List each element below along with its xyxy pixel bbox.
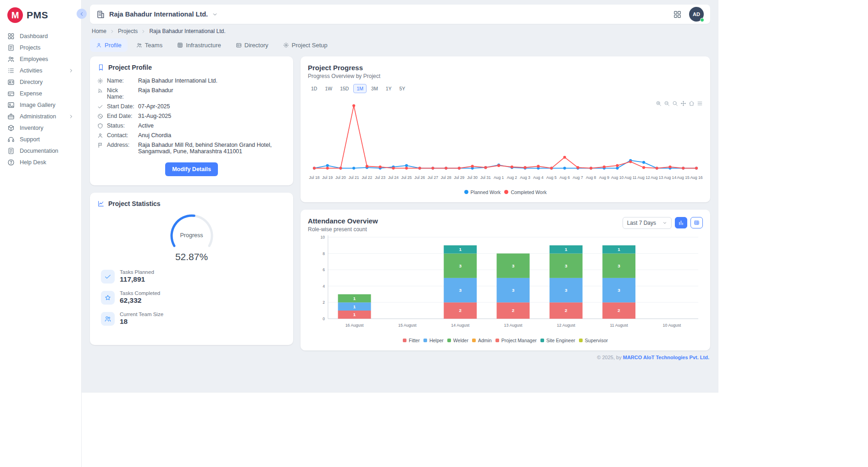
tab-label: Directory [245, 42, 268, 49]
profile-icon [96, 42, 102, 48]
sidebar-item-projects[interactable]: Projects [0, 42, 81, 53]
sidebar-item-label: Image Gallery [20, 102, 56, 108]
tab-teams[interactable]: Teams [130, 39, 168, 52]
company-selector-label[interactable]: Raja Bahadur International Ltd. [109, 11, 208, 18]
legend-item[interactable]: Completed Work [504, 189, 546, 195]
profile-field-status: Status: Active [97, 121, 286, 130]
sidebar-item-activities[interactable]: Activities [0, 65, 81, 76]
svg-text:Aug 16: Aug 16 [690, 175, 702, 180]
tab-project-setup[interactable]: Project Setup [277, 39, 334, 52]
sidebar-item-employees[interactable]: Employees [0, 53, 81, 65]
tab-directory[interactable]: Directory [230, 39, 274, 52]
range-1y[interactable]: 1Y [383, 84, 395, 93]
svg-text:Aug 7: Aug 7 [573, 175, 583, 180]
field-value: Anuj Chordia [138, 132, 280, 139]
field-value: Raja Bahadur Mill Rd, behind Sheraton Gr… [138, 142, 280, 155]
tab-label: Profile [105, 42, 122, 49]
progress-gauge: Progress [164, 212, 219, 250]
autoscale-icon[interactable] [672, 100, 678, 106]
sidebar-collapse-button[interactable] [77, 9, 87, 19]
breadcrumb-home[interactable]: Home [92, 28, 106, 34]
svg-text:Aug 6: Aug 6 [560, 175, 570, 180]
svg-text:13 August: 13 August [504, 323, 523, 328]
project-progress-card: Project Progress Progress Overview by Pr… [300, 56, 710, 202]
apps-grid-icon[interactable] [673, 10, 682, 19]
svg-text:3: 3 [512, 288, 515, 293]
legend-item[interactable]: Planned Work [464, 189, 501, 195]
tab-bar: Profile Teams Infrastructure Directory P… [90, 39, 710, 52]
sidebar-item-inventory[interactable]: Inventory [0, 122, 81, 133]
project-progress-chart[interactable]: Jul 18Jul 19Jul 20Jul 21Jul 22Jul 23Jul … [308, 94, 703, 189]
range-5y[interactable]: 5Y [396, 84, 408, 93]
company-link[interactable]: MARCO AIoT Technologies Pvt. Ltd. [623, 355, 709, 360]
sidebar: M PMS Dashboard Projects Employees Activ… [0, 0, 82, 467]
zoom-out-icon[interactable] [664, 100, 670, 106]
chevron-down-icon[interactable] [212, 11, 218, 17]
legend-item[interactable]: Site Engineer [540, 338, 575, 343]
sidebar-item-documentation[interactable]: Documentation [0, 145, 81, 156]
field-label: Nick Name: [107, 87, 134, 100]
field-label: Address: [107, 142, 134, 148]
zoom-in-icon[interactable] [656, 100, 662, 106]
legend-item[interactable]: Project Manager [495, 338, 537, 343]
svg-text:Jul 26: Jul 26 [414, 175, 425, 180]
attendance-chart[interactable]: 024681011116 August15 August233114 Augus… [308, 233, 703, 337]
attendance-overview-card: Attendance Overview Role-wise present co… [300, 210, 710, 351]
chevron-left-icon [79, 11, 85, 17]
legend-item[interactable]: Helper [423, 338, 444, 343]
svg-text:Jul 25: Jul 25 [401, 175, 412, 180]
user-avatar[interactable]: AD [689, 7, 704, 22]
sidebar-item-directory[interactable]: Directory [0, 76, 81, 88]
tab-infrastructure[interactable]: Infrastructure [171, 39, 227, 52]
team-icon [104, 315, 111, 322]
range-15d[interactable]: 15D [337, 84, 352, 93]
svg-text:Aug 14: Aug 14 [664, 175, 676, 180]
field-value: Raja Bahadur International Ltd. [138, 78, 280, 84]
attendance-chart-legend: FitterHelperWelderAdminProject ManagerSi… [308, 338, 703, 343]
range-1w[interactable]: 1W [322, 84, 335, 93]
sidebar-item-label: Administration [20, 113, 56, 120]
chart-line-icon [97, 200, 105, 207]
legend-item[interactable]: Supervisor [579, 338, 608, 343]
pan-icon[interactable] [680, 100, 686, 106]
sidebar-item-support[interactable]: Support [0, 133, 81, 145]
chart-view-button[interactable] [675, 217, 687, 228]
svg-text:3: 3 [459, 263, 462, 268]
menu-icon[interactable] [697, 100, 703, 106]
stat-label: Tasks Planned [120, 269, 154, 275]
svg-text:Jul 27: Jul 27 [428, 175, 438, 180]
chevron-right-icon [68, 114, 74, 119]
svg-text:3: 3 [618, 263, 620, 268]
profile-field-start-date: Start Date: 07-Apr-2025 [97, 101, 286, 111]
stat-value: 62,332 [120, 296, 160, 305]
legend-item[interactable]: Fitter [403, 338, 420, 343]
breadcrumb-projects[interactable]: Projects [118, 28, 138, 34]
employees-icon [7, 56, 15, 63]
stat-value: 117,891 [120, 275, 154, 284]
sidebar-item-dashboard[interactable]: Dashboard [0, 30, 81, 42]
modify-details-button[interactable]: Modify Details [165, 162, 218, 176]
date-range-select[interactable]: Last 7 Days [623, 217, 672, 229]
legend-item[interactable]: Admin [472, 338, 492, 343]
range-1d[interactable]: 1D [308, 84, 320, 93]
home-icon[interactable] [689, 100, 695, 106]
table-view-button[interactable] [690, 217, 703, 228]
sidebar-item-administration[interactable]: Administration [0, 111, 81, 122]
sidebar-item-image-gallery[interactable]: Image Gallery [0, 99, 81, 111]
field-label: Name: [107, 78, 134, 84]
legend-item[interactable]: Welder [447, 338, 468, 343]
svg-text:Jul 19: Jul 19 [322, 175, 333, 180]
signal-icon [97, 88, 103, 94]
svg-text:3: 3 [512, 263, 515, 268]
app-logo[interactable]: M PMS [0, 5, 81, 30]
range-1m[interactable]: 1M [353, 84, 367, 93]
sidebar-item-expense[interactable]: Expense [0, 88, 81, 99]
svg-text:3: 3 [459, 288, 462, 293]
range-selector: 1D 1W 15D 1M 3M 1Y 5Y [308, 84, 703, 93]
tab-profile[interactable]: Profile [90, 39, 128, 52]
range-3m[interactable]: 3M [368, 84, 381, 93]
stat-tasks-planned: Tasks Planned 117,891 [97, 269, 286, 284]
sidebar-item-help-desk[interactable]: Help Desk [0, 156, 81, 168]
shield-icon [97, 123, 103, 129]
stat-tasks-completed: Tasks Completed 62,332 [97, 290, 286, 305]
